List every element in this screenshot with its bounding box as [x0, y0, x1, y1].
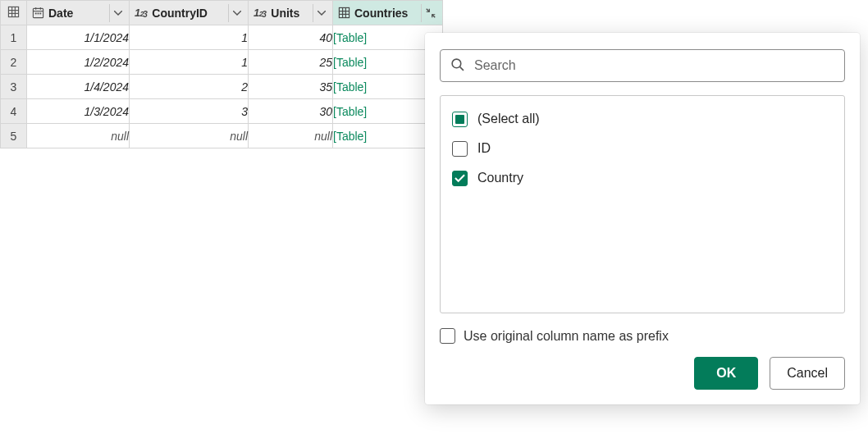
- row-number: 5: [1, 124, 27, 148]
- checkbox[interactable]: [452, 141, 468, 157]
- cell-countryid[interactable]: 2: [130, 75, 249, 99]
- search-box[interactable]: [440, 49, 845, 82]
- chevron-down-icon: [318, 11, 326, 16]
- cell-date[interactable]: null: [27, 124, 130, 148]
- expand-icon: [425, 7, 436, 19]
- column-header-date[interactable]: Date: [27, 1, 130, 25]
- chevron-down-icon: [114, 11, 122, 16]
- ok-button[interactable]: OK: [694, 357, 758, 390]
- prefix-label: Use original column name as prefix: [464, 329, 669, 344]
- table-row[interactable]: 4 1/3/2024 3 30 [Table]: [1, 99, 443, 124]
- cell-units[interactable]: 35: [249, 75, 333, 99]
- column-header-units[interactable]: 123 Units: [249, 1, 333, 25]
- table-row[interactable]: 5 null null null [Table]: [1, 124, 443, 148]
- table-row[interactable]: 3 1/4/2024 2 35 [Table]: [1, 75, 443, 99]
- row-number: 4: [1, 99, 27, 124]
- checkbox-indeterminate[interactable]: [452, 112, 468, 127]
- check-icon: [455, 174, 465, 183]
- column-label: Units: [271, 7, 308, 20]
- cell-units[interactable]: 25: [249, 50, 333, 75]
- expand-columns-popup: (Select all) ID Country Use original col…: [425, 33, 860, 404]
- cell-date[interactable]: 1/4/2024: [27, 75, 130, 99]
- cell-date[interactable]: 1/3/2024: [27, 99, 130, 124]
- number-type-icon: 123: [135, 7, 148, 19]
- cancel-button[interactable]: Cancel: [770, 357, 845, 390]
- row-number: 2: [1, 50, 27, 75]
- table-icon: [338, 7, 350, 19]
- cell-date[interactable]: 1/2/2024: [27, 50, 130, 75]
- prefix-option[interactable]: Use original column name as prefix: [440, 328, 845, 344]
- checkbox-checked[interactable]: [452, 171, 468, 186]
- cell-countryid[interactable]: 3: [130, 99, 249, 124]
- cell-countryid[interactable]: 1: [130, 25, 249, 50]
- cell-countryid[interactable]: null: [130, 124, 249, 148]
- checkbox[interactable]: [440, 328, 455, 344]
- dialog-buttons: OK Cancel: [440, 357, 845, 390]
- data-table: Date 123 CountryID: [0, 0, 443, 148]
- svg-rect-0: [8, 7, 18, 16]
- column-header-countryid[interactable]: 123 CountryID: [130, 1, 249, 25]
- svg-rect-10: [38, 13, 39, 15]
- svg-rect-11: [39, 13, 41, 15]
- row-number: 3: [1, 75, 27, 99]
- svg-line-18: [460, 67, 464, 71]
- search-icon: [450, 57, 464, 74]
- select-all-option[interactable]: (Select all): [452, 104, 833, 134]
- option-label: ID: [477, 141, 491, 156]
- table-row[interactable]: 1 1/1/2024 1 40 [Table]: [1, 25, 443, 50]
- filter-button[interactable]: [109, 4, 126, 22]
- filter-button[interactable]: [313, 4, 329, 22]
- row-number: 1: [1, 25, 27, 50]
- calendar-icon: [32, 7, 44, 19]
- column-label: Date: [48, 7, 105, 20]
- corner-cell[interactable]: [1, 1, 27, 25]
- svg-rect-9: [35, 13, 37, 15]
- column-header-countries[interactable]: Countries: [333, 1, 443, 25]
- table-row[interactable]: 2 1/2/2024 1 25 [Table]: [1, 50, 443, 75]
- table-icon: [7, 7, 20, 21]
- option-label: Country: [477, 171, 523, 185]
- cell-units[interactable]: null: [249, 124, 333, 148]
- option-id[interactable]: ID: [452, 134, 833, 163]
- search-input[interactable]: [473, 57, 834, 74]
- column-label: Countries: [354, 7, 417, 20]
- expand-button[interactable]: [421, 4, 439, 22]
- number-type-icon: 123: [254, 7, 267, 19]
- filter-button[interactable]: [228, 4, 244, 22]
- column-option-list: (Select all) ID Country: [440, 95, 845, 313]
- option-label: (Select all): [477, 112, 540, 126]
- svg-point-17: [452, 59, 461, 68]
- cell-countryid[interactable]: 1: [130, 50, 249, 75]
- column-label: CountryID: [152, 7, 224, 20]
- chevron-down-icon: [233, 11, 241, 16]
- cell-date[interactable]: 1/1/2024: [27, 25, 130, 50]
- cell-units[interactable]: 30: [249, 99, 333, 124]
- svg-rect-12: [339, 7, 349, 17]
- cell-units[interactable]: 40: [249, 25, 333, 50]
- option-country[interactable]: Country: [452, 163, 833, 193]
